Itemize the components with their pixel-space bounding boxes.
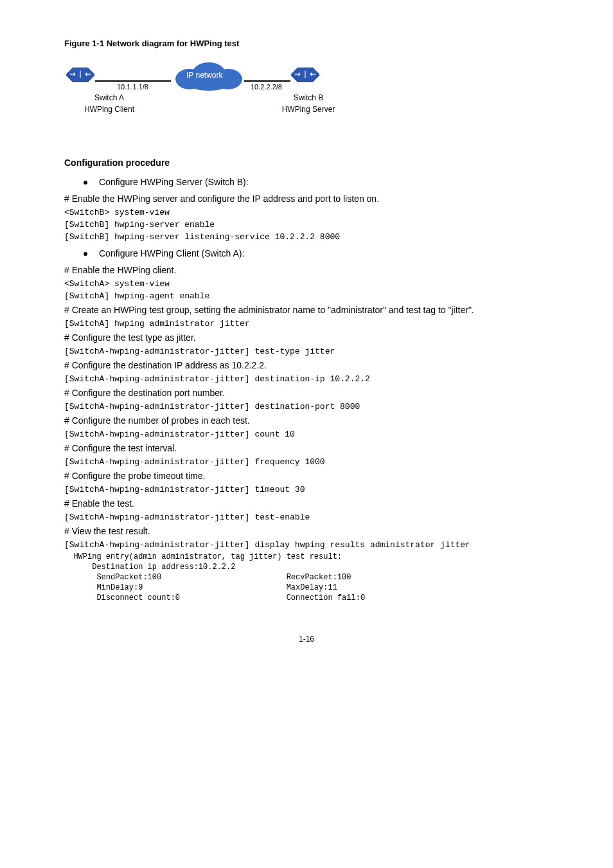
link-left (95, 80, 171, 82)
cfgA-cmd6: [SwitchA-hwping-administrator-jitter] de… (64, 402, 549, 411)
network-diagram: IP network 10.1.1.1/8 10.2.2.2/8 Switch … (64, 55, 549, 138)
bullet-2: Configure HWPing Client (Switch A): (84, 248, 549, 258)
out2: Destination ip address:10.2.2.2 (64, 563, 549, 572)
cfgA-c5: # Configure the destination port number. (64, 388, 549, 398)
page-number: 1-16 (64, 635, 549, 644)
cfgB-cmd-3: [SwitchB] hwping-server listening-servic… (64, 232, 549, 242)
link-right (244, 80, 290, 82)
switch-b-role: HWPing Server (270, 105, 347, 114)
cfgA-c8: # Configure the probe timeout time. (64, 471, 549, 481)
bullet-1-text: Configure HWPing Server (Switch B): (99, 177, 249, 187)
cfgA-c9: # Enable the test. (64, 498, 549, 509)
cfgA-c4: # Configure the destination IP address a… (64, 360, 549, 370)
cfgA-cmd10: [SwitchA-hwping-administrator-jitter] te… (64, 512, 549, 522)
cfgB-comment-1: # Enable the HWPing server and configure… (64, 194, 549, 204)
cfgA-c2: # Create an HWPing test group, setting t… (64, 305, 549, 315)
cfgA-cmd2: [SwitchA] hwping-agent enable (64, 291, 549, 301)
ip-left-label: 10.1.1.1/8 (117, 83, 148, 91)
switch-b-icon (289, 68, 321, 83)
ip-right-label: 10.2.2.2/8 (251, 83, 282, 91)
cfgA-cmd3: [SwitchA] hwping administrator jitter (64, 319, 549, 329)
cfgA-cmd1: <SwitchA> system-view (64, 279, 549, 289)
cfgB-cmd-1: <SwitchB> system-view (64, 208, 549, 217)
cfgA-cmd8: [SwitchA-hwping-administrator-jitter] fr… (64, 457, 549, 467)
out1: HWPing entry(admin administrator, tag ji… (64, 552, 549, 561)
bullet-1: Configure HWPing Server (Switch B): (84, 177, 549, 187)
cfgA-c10: # View the test result. (64, 526, 549, 536)
out4: MinDelay:9 MaxDelay:11 (64, 583, 549, 592)
out5: Disconnect count:0 Connection fail:0 (64, 593, 549, 602)
bullet-dot-icon (84, 181, 87, 185)
figure-title: Figure 1-1 Network diagram for HWPing te… (64, 39, 549, 48)
bullet-2-text: Configure HWPing Client (Switch A): (99, 248, 244, 258)
switch-b-name: Switch B (276, 93, 341, 102)
cfgB-cmd-2: [SwitchB] hwping-server enable (64, 220, 549, 230)
switch-a-role: HWPing Client (71, 105, 148, 114)
proc-heading: Configuration procedure (64, 158, 549, 168)
cfgA-cmd4: [SwitchA-hwping-administrator-jitter] te… (64, 347, 549, 356)
cfgA-cmd9: [SwitchA-hwping-administrator-jitter] ti… (64, 485, 549, 494)
cfgA-cmd7: [SwitchA-hwping-administrator-jitter] co… (64, 429, 549, 439)
switch-a-icon (64, 68, 96, 83)
cfgA-c6: # Configure the number of probes in each… (64, 415, 549, 426)
cloud-label: IP network (186, 71, 222, 80)
out3: SendPacket:100 RecvPacket:100 (64, 573, 549, 582)
switch-a-name: Switch A (77, 93, 141, 102)
cfgA-cmd5: [SwitchA-hwping-administrator-jitter] de… (64, 374, 549, 384)
cfgA-c3: # Configure the test type as jitter. (64, 332, 549, 343)
cfgA-c1: # Enable the HWPing client. (64, 265, 549, 275)
cfgA-c7: # Configure the test interval. (64, 443, 549, 453)
cfgA-cmd11: [SwitchA-hwping-administrator-jitter] di… (64, 540, 549, 550)
bullet-dot-icon (84, 252, 87, 256)
